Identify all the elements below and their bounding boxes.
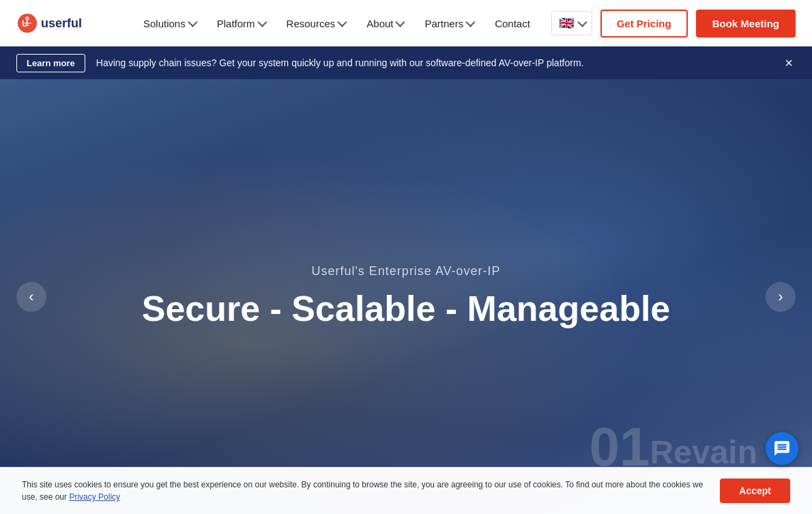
nav-contact-label: Contact xyxy=(495,18,530,29)
carousel-prev-button[interactable]: ‹ xyxy=(16,282,46,312)
chevron-down-icon xyxy=(577,18,587,27)
chevron-down-icon xyxy=(396,18,405,27)
learn-more-button[interactable]: Learn more xyxy=(16,54,85,72)
announcement-text: Having supply chain issues? Get your sys… xyxy=(96,57,772,68)
nav-solutions-label: Solutions xyxy=(143,18,186,29)
nav-platform[interactable]: Platform xyxy=(207,12,274,35)
language-selector[interactable]: 🇬🇧 xyxy=(551,11,592,35)
nav-platform-label: Platform xyxy=(217,18,255,29)
watermark: 01 Revain xyxy=(590,420,757,474)
close-announcement-button[interactable]: × xyxy=(782,53,796,74)
chat-icon xyxy=(773,440,791,457)
cookie-text-part1: This site uses cookies to ensure you get… xyxy=(22,480,703,502)
get-pricing-button[interactable]: Get Pricing xyxy=(600,10,688,38)
nav-contact[interactable]: Contact xyxy=(485,12,540,35)
privacy-policy-link[interactable]: Privacy Policy xyxy=(69,492,120,502)
announcement-bar: Learn more Having supply chain issues? G… xyxy=(0,46,812,79)
svg-text:userful: userful xyxy=(41,16,82,30)
nav-about[interactable]: About xyxy=(357,12,412,35)
chat-widget-button[interactable] xyxy=(766,432,798,465)
cookie-text: This site uses cookies to ensure you get… xyxy=(22,479,704,503)
nav-partners-label: Partners xyxy=(424,18,463,29)
carousel-next-button[interactable]: › xyxy=(766,282,796,312)
hero-title: Secure - Scalable - Manageable xyxy=(142,289,671,328)
book-meeting-button[interactable]: Book Meeting xyxy=(696,10,796,38)
nav-about-label: About xyxy=(366,18,393,29)
svg-point-2 xyxy=(25,16,29,20)
nav-partners[interactable]: Partners xyxy=(415,12,482,35)
logo[interactable]: U userful xyxy=(16,11,112,35)
navbar: U userful Solutions Platform Resources A… xyxy=(0,0,812,46)
nav-resources-label: Resources xyxy=(287,18,336,29)
hero-content: Userful's Enterprise AV-over-IP Secure -… xyxy=(142,264,671,328)
chevron-down-icon xyxy=(188,18,197,27)
cookie-banner: This site uses cookies to ensure you get… xyxy=(0,467,812,514)
nav-links: Solutions Platform Resources About Partn… xyxy=(134,12,551,35)
flag-icon: 🇬🇧 xyxy=(559,16,574,31)
chevron-down-icon xyxy=(338,18,347,27)
cookie-accept-button[interactable]: Accept xyxy=(720,479,790,503)
chevron-down-icon xyxy=(257,18,267,27)
navbar-right: 🇬🇧 Get Pricing Book Meeting xyxy=(551,10,796,38)
chevron-down-icon xyxy=(466,18,476,27)
watermark-number: 01 xyxy=(590,420,650,474)
hero-section: ‹ Userful's Enterprise AV-over-IP Secure… xyxy=(0,79,812,514)
nav-resources[interactable]: Resources xyxy=(277,12,355,35)
nav-solutions[interactable]: Solutions xyxy=(134,12,205,35)
hero-subtitle: Userful's Enterprise AV-over-IP xyxy=(142,264,671,279)
